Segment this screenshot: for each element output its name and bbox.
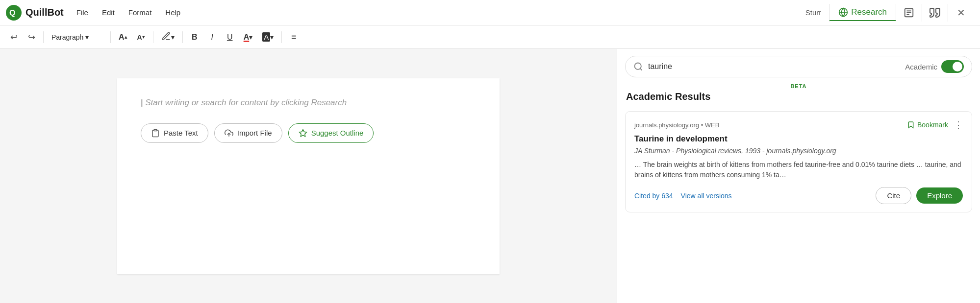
globe-icon [838,7,848,17]
paragraph-chevron-icon: ▾ [85,33,89,41]
search-bar: Academic [625,56,972,77]
source-dot: • [701,121,705,129]
source-domain: journals.physiology.org [634,121,699,129]
font-color-icon: A [244,33,250,42]
tab-quote-button[interactable] [922,0,948,25]
font-size-increase-button[interactable]: A ▴ [115,29,131,45]
highlight-color-button[interactable]: A ▾ [258,29,277,45]
academic-toggle-label: Academic [905,63,937,71]
tab-research[interactable]: Research [829,4,896,21]
quote-icon [929,7,941,19]
result-card: journals.physiology.org • WEB Bookmark ⋮ [625,111,972,212]
source-info: journals.physiology.org • WEB [634,121,719,129]
align-icon: ≡ [291,32,297,42]
right-panel: Academic BETA Academic Results journals.… [617,49,980,303]
redo-button[interactable]: ↪ [24,29,39,45]
spellcheck-icon [161,31,171,43]
highlight-chevron: ▾ [270,33,274,41]
toolbar-separator-1 [43,31,44,43]
quillbot-logo-icon: Q [6,5,22,21]
result-authors: JA Sturman - Physiological reviews, 1993… [634,147,963,155]
redo-icon: ↪ [28,32,35,43]
font-color-button[interactable]: A ▾ [240,29,257,45]
menu-item-edit[interactable]: Edit [101,6,116,19]
results-title: Academic Results [617,91,980,107]
spellcheck-chevron: ▾ [171,33,175,41]
result-actions: Cite Explore [876,187,963,204]
right-panel-tabs: Sturr Research [798,0,974,25]
result-snippet: … The brain weights at birth of kittens … [634,160,963,180]
source-type: WEB [705,121,720,129]
search-input[interactable] [648,62,900,71]
bold-button[interactable]: B [187,29,202,45]
academic-toggle-switch[interactable] [941,60,964,73]
notes-icon [904,7,914,18]
toolbar-separator-3 [153,31,153,43]
academic-toggle-area: Academic [905,60,964,73]
result-source-row: journals.physiology.org • WEB Bookmark ⋮ [634,119,963,130]
editor-area: | Start writing or search for content by… [0,49,617,303]
menu-item-format[interactable]: Format [127,6,153,19]
svg-text:Q: Q [9,9,15,17]
font-size-decrease-icon: A [137,33,142,41]
underline-icon: U [227,33,233,42]
highlight-color-icon: A [262,32,270,42]
beta-badge: BETA [626,83,971,89]
tab-research-label: Research [851,7,887,17]
logo-text: QuillBot [25,7,64,18]
result-title: Taurine in development [634,134,963,144]
spellcheck-button[interactable]: ▾ [157,29,178,45]
results-header: BETA [617,81,980,91]
font-color-chevron: ▾ [249,33,252,41]
paste-text-label: Paste Text [164,129,198,137]
tab-user-name: Sturr [798,8,829,17]
text-align-button[interactable]: ≡ [286,29,302,45]
upload-icon [225,129,233,138]
bold-icon: B [192,33,198,42]
bookmark-label: Bookmark [917,121,948,129]
editor-action-buttons: Paste Text Import File Suggest Outline [141,123,476,143]
menu-item-file[interactable]: File [75,6,89,19]
more-options-button[interactable]: ⋮ [954,119,963,130]
editor-placeholder: | Start writing or search for content by… [141,98,476,108]
font-size-increase-icon: A [119,33,125,42]
suggest-outline-label: Suggest Outline [311,129,364,137]
underline-button[interactable]: U [222,29,238,45]
import-file-label: Import File [237,129,272,137]
font-size-decrease-button[interactable]: A ▾ [133,29,149,45]
tab-notes-button[interactable] [896,0,922,25]
toggle-knob [953,62,962,71]
menu-items: File Edit Format Help [75,6,181,19]
more-icon: ⋮ [954,120,963,130]
svg-rect-8 [154,129,157,131]
view-versions-link[interactable]: View all versions [681,192,732,200]
result-meta: Cited by 634 View all versions [634,192,732,200]
import-file-button[interactable]: Import File [214,123,282,143]
cited-by-link[interactable]: Cited by 634 [634,192,673,200]
suggest-outline-button[interactable]: Suggest Outline [288,123,374,143]
cite-button[interactable]: Cite [876,187,911,204]
toolbar-separator-2 [110,31,111,43]
bookmark-icon [907,121,915,129]
paragraph-style-dropdown[interactable]: Paragraph ▾ [48,29,106,45]
undo-button[interactable]: ↩ [6,29,22,45]
menu-bar: Q QuillBot File Edit Format Help Sturr R… [0,0,980,25]
svg-line-12 [640,69,642,70]
main-content: | Start writing or search for content by… [0,49,980,303]
source-actions: Bookmark ⋮ [907,119,963,130]
close-panel-button[interactable]: ✕ [948,0,974,25]
result-footer: Cited by 634 View all versions Cite Expl… [634,187,963,204]
toolbar-separator-4 [182,31,183,43]
cursor: | [141,98,143,107]
italic-icon: I [211,33,213,42]
explore-button[interactable]: Explore [916,187,963,204]
paste-text-button[interactable]: Paste Text [141,123,208,143]
search-icon [633,62,643,71]
editor-document[interactable]: | Start writing or search for content by… [117,78,500,274]
italic-button[interactable]: I [204,29,220,45]
menu-item-help[interactable]: Help [164,6,181,19]
format-toolbar: ↩ ↪ Paragraph ▾ A ▴ A ▾ ▾ B I U A ▾ [0,25,980,49]
bookmark-button[interactable]: Bookmark [907,121,948,129]
undo-icon: ↩ [10,32,18,43]
paragraph-label: Paragraph [51,33,83,41]
